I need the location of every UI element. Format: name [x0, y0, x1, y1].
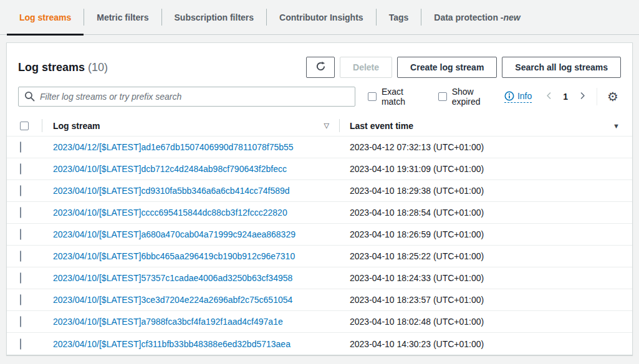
column-header-log-stream[interactable]: Log stream ▽ [42, 115, 339, 136]
log-streams-panel: Log streams (10) Delete Create log strea… [6, 42, 633, 355]
row-checkbox[interactable] [20, 141, 21, 153]
exact-match-option[interactable]: Exact match [368, 87, 428, 107]
item-count: (10) [88, 61, 108, 74]
tab-label: Metric filters [97, 12, 148, 22]
tab-label-new-badge: new [504, 12, 521, 22]
tab-label: Log streams [19, 12, 71, 22]
row-checkbox[interactable] [20, 229, 21, 240]
exact-match-checkbox[interactable] [368, 92, 377, 101]
row-checkbox[interactable] [20, 338, 21, 350]
log-stream-link[interactable]: 2023/04/10/[$LATEST]dcb712c4d2484ab98cf7… [53, 164, 287, 174]
row-checkbox[interactable] [20, 185, 21, 196]
show-expired-checkbox[interactable] [438, 92, 447, 101]
show-expired-label: Show expired [452, 87, 503, 107]
search-all-log-streams-button[interactable]: Search all log streams [502, 57, 621, 78]
chevron-right-icon [579, 92, 587, 102]
show-expired-option[interactable]: Show expired [438, 87, 503, 107]
row-checkbox[interactable] [20, 272, 21, 284]
panel-header: Log streams (10) Delete Create log strea… [7, 43, 632, 82]
log-stream-link[interactable]: 2023/04/10/[$LATEST]6bbc465aa296419cb190… [53, 251, 295, 261]
info-link[interactable]: Info [517, 91, 532, 101]
tab-label: Contributor Insights [279, 12, 363, 22]
current-page: 1 [557, 92, 574, 102]
last-event-time: 2023-04-10 18:28:54 (UTC+01:00) [339, 208, 632, 218]
row-checkbox[interactable] [20, 294, 21, 305]
next-page-button[interactable] [574, 89, 590, 105]
sort-icon-outline[interactable]: ▽ [324, 122, 329, 130]
row-checkbox[interactable] [20, 251, 21, 262]
select-all-checkbox[interactable] [20, 122, 29, 130]
row-checkbox[interactable] [20, 207, 21, 218]
tab-subscription-filters[interactable]: Subscription filters [162, 0, 267, 34]
last-event-time: 2023-04-10 18:02:48 (UTC+01:00) [339, 317, 632, 327]
pagination: 1 [541, 89, 590, 105]
row-checkbox[interactable] [20, 316, 21, 327]
log-stream-link[interactable]: 2023/04/10/[$LATEST]a680a470cab04a71999c… [53, 229, 295, 239]
table-row: 2023/04/10/[$LATEST]57357c1cadae4006ad32… [7, 267, 632, 289]
search-box [18, 87, 355, 107]
tab-bar: Log streams Metric filters Subscription … [0, 0, 639, 35]
log-stream-link[interactable]: 2023/04/10/[$LATEST]cd9310fa5bb346a6a6cb… [53, 186, 290, 196]
gear-icon: ⚙ [607, 90, 618, 103]
tab-contributor-insights[interactable]: Contributor Insights [267, 0, 376, 34]
log-stream-link[interactable]: 2023/04/10/[$LATEST]cccc695415844dc88cb3… [53, 208, 287, 218]
last-event-time: 2023-04-10 19:31:09 (UTC+01:00) [339, 164, 632, 174]
last-event-time: 2023-04-10 18:29:38 (UTC+01:00) [339, 186, 632, 196]
sort-icon-descending[interactable]: ▼ [613, 122, 620, 130]
preferences-button[interactable]: ⚙ [605, 89, 621, 104]
row-checkbox[interactable] [20, 163, 21, 175]
tab-data-protection[interactable]: Data protection - new [421, 0, 532, 34]
page-title: Log streams [18, 61, 85, 74]
create-log-stream-button[interactable]: Create log stream [397, 57, 497, 78]
delete-button[interactable]: Delete [340, 57, 392, 78]
last-event-time: 2023-04-10 18:26:59 (UTC+01:00) [339, 229, 632, 239]
tab-label: Data protection - [434, 12, 503, 22]
table-row: 2023/04/10/[$LATEST]a680a470cab04a71999c… [7, 224, 632, 246]
tab-label: Subscription filters [175, 12, 254, 22]
refresh-icon [315, 61, 326, 74]
info-link-group[interactable]: Info [504, 91, 532, 103]
exact-match-label: Exact match [382, 87, 428, 107]
refresh-button[interactable] [306, 57, 335, 78]
table-row: 2023/04/10/[$LATEST]3ce3d7204e224a2696ab… [7, 289, 632, 311]
tab-metric-filters[interactable]: Metric filters [84, 0, 161, 34]
last-event-time: 2023-04-10 18:25:22 (UTC+01:00) [339, 251, 632, 261]
log-stream-link[interactable]: 2023/04/12/[$LATEST]ad1e67db1507406990d7… [53, 142, 294, 152]
tab-tags[interactable]: Tags [377, 0, 421, 34]
previous-page-button[interactable] [541, 89, 557, 105]
tab-log-streams[interactable]: Log streams [7, 0, 84, 34]
panel-title-wrap: Log streams (10) [18, 61, 108, 74]
column-header-last-event-time[interactable]: Last event time ▼ [339, 115, 632, 136]
table-row: 2023/04/10/[$LATEST]dcb712c4d2484ab98cf7… [7, 158, 632, 180]
filter-toolbar: Exact match Show expired Info [7, 82, 632, 115]
filter-options: Exact match Show expired [368, 87, 503, 107]
table-row: 2023/04/12/[$LATEST]ad1e67db1507406990d7… [7, 136, 632, 158]
column-label: Log stream [53, 121, 100, 131]
log-stream-link[interactable]: 2023/04/10/[$LATEST]a7988fca3bcf4fa192f1… [53, 317, 283, 327]
chevron-left-icon [545, 92, 553, 102]
action-buttons: Delete Create log stream Search all log … [306, 57, 621, 78]
last-event-time: 2023-04-10 18:23:57 (UTC+01:00) [339, 295, 632, 305]
last-event-time: 2023-04-10 14:30:23 (UTC+01:00) [339, 339, 632, 349]
last-event-time: 2023-04-12 07:32:13 (UTC+01:00) [339, 142, 632, 152]
info-icon [504, 91, 514, 101]
log-streams-table: Log stream ▽ Last event time ▼ 2023/04/1… [7, 115, 632, 355]
table-header: Log stream ▽ Last event time ▼ [7, 115, 632, 136]
search-input[interactable] [18, 87, 355, 107]
toolbar-divider [597, 88, 597, 105]
table-row: 2023/04/10/[$LATEST]cd9310fa5bb346a6a6cb… [7, 180, 632, 202]
table-row: 2023/04/10/[$LATEST]cf311bfb33bb48388e6e… [7, 333, 632, 355]
column-label: Last event time [350, 121, 413, 131]
table-body: 2023/04/12/[$LATEST]ad1e67db1507406990d7… [7, 136, 632, 355]
last-event-time: 2023-04-10 18:24:33 (UTC+01:00) [339, 273, 632, 283]
table-row: 2023/04/10/[$LATEST]cccc695415844dc88cb3… [7, 202, 632, 224]
table-row: 2023/04/10/[$LATEST]a7988fca3bcf4fa192f1… [7, 311, 632, 333]
log-stream-link[interactable]: 2023/04/10/[$LATEST]57357c1cadae4006ad32… [53, 273, 292, 283]
table-row: 2023/04/10/[$LATEST]6bbc465aa296419cb190… [7, 246, 632, 267]
log-stream-link[interactable]: 2023/04/10/[$LATEST]cf311bfb33bb48388e6e… [53, 339, 291, 349]
tab-label: Tags [389, 12, 409, 22]
log-stream-link[interactable]: 2023/04/10/[$LATEST]3ce3d7204e224a2696ab… [53, 295, 292, 305]
